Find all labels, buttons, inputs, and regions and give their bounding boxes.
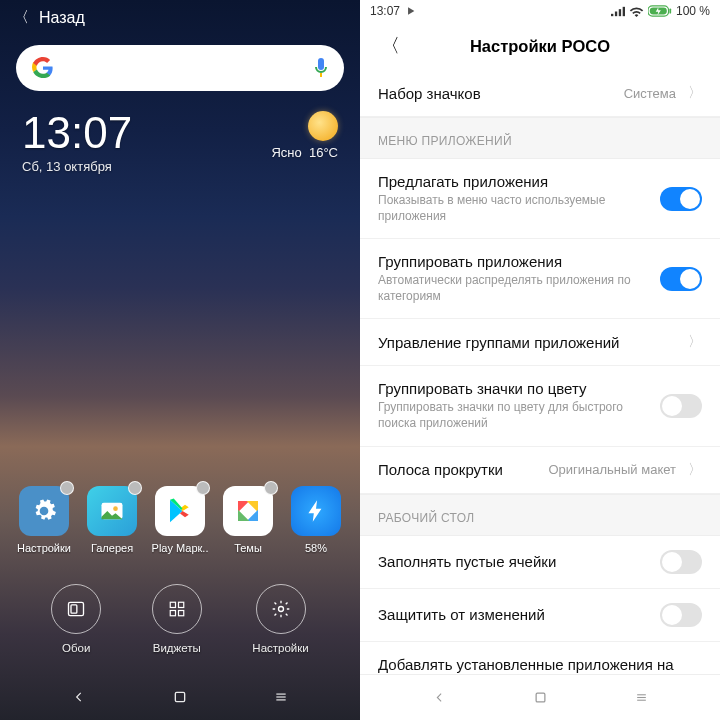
svg-rect-6 bbox=[170, 602, 175, 607]
section-desktop: РАБОЧИЙ СТОЛ bbox=[360, 494, 720, 536]
chevron-right-icon: 〉 bbox=[688, 461, 702, 479]
svg-rect-15 bbox=[611, 13, 613, 15]
row-protect[interactable]: Защитить от изменений bbox=[360, 589, 720, 642]
nav-recent-button[interactable] bbox=[259, 675, 303, 719]
google-search-bar[interactable] bbox=[16, 45, 344, 91]
app-themes[interactable]: Темы bbox=[218, 486, 278, 554]
row-group-apps[interactable]: Группировать приложенияАвтоматически рас… bbox=[360, 239, 720, 319]
row-title: Группировать приложения bbox=[378, 253, 650, 270]
system-navbar bbox=[0, 674, 360, 720]
back-arrow-icon: 〈 bbox=[14, 8, 29, 27]
settings-panel: 13:07 100 % 〈 Настройки POCO Набор значк… bbox=[360, 0, 720, 720]
option-settings[interactable]: Настройки bbox=[252, 584, 308, 654]
row-title: Защитить от изменений bbox=[378, 606, 650, 623]
app-settings[interactable]: Настройки bbox=[14, 486, 74, 554]
row-manage-groups[interactable]: Управление группами приложений 〉 bbox=[360, 319, 720, 366]
svg-point-3 bbox=[113, 506, 118, 511]
wifi-icon bbox=[629, 6, 644, 17]
row-icon-set[interactable]: Набор значков Система 〉 bbox=[360, 70, 720, 117]
row-suggest-apps[interactable]: Предлагать приложенияПоказывать в меню ч… bbox=[360, 159, 720, 239]
svg-rect-9 bbox=[178, 611, 183, 616]
toggle-suggest-apps[interactable] bbox=[660, 187, 702, 211]
app-gallery[interactable]: Галерея bbox=[82, 486, 142, 554]
app-label: Play Марк.. bbox=[152, 542, 209, 554]
back-button[interactable]: 〈 bbox=[370, 22, 410, 70]
notification-badge-icon bbox=[128, 481, 142, 495]
app-label: Настройки bbox=[17, 542, 71, 554]
notification-badge-icon bbox=[264, 481, 278, 495]
svg-rect-1 bbox=[320, 73, 322, 77]
play-store-status-icon bbox=[406, 6, 416, 16]
row-title: Заполнять пустые ячейки bbox=[378, 553, 650, 570]
clock-date: Сб, 13 октября bbox=[22, 159, 132, 174]
system-navbar bbox=[360, 674, 720, 720]
option-label: Виджеты bbox=[153, 642, 201, 654]
gear-icon bbox=[31, 498, 57, 524]
status-time: 13:07 bbox=[370, 4, 400, 18]
widgets-icon bbox=[168, 600, 186, 618]
row-group-by-color[interactable]: Группировать значки по цветуГруппировать… bbox=[360, 366, 720, 446]
svg-rect-17 bbox=[619, 9, 621, 16]
svg-rect-8 bbox=[170, 611, 175, 616]
svg-rect-11 bbox=[175, 692, 184, 701]
mic-icon[interactable] bbox=[314, 58, 328, 78]
themes-icon bbox=[233, 496, 263, 526]
chevron-right-icon: 〉 bbox=[688, 333, 702, 351]
option-wallpaper[interactable]: Обои bbox=[51, 584, 101, 654]
settings-list: Набор значков Система 〉 МЕНЮ ПРИЛОЖЕНИЙ … bbox=[360, 70, 720, 674]
signal-icon bbox=[611, 6, 625, 17]
toggle-group-color[interactable] bbox=[660, 394, 702, 418]
nav-recent-button[interactable] bbox=[619, 676, 663, 720]
weather-text: Ясно 16°C bbox=[271, 145, 338, 160]
row-fill-empty[interactable]: Заполнять пустые ячейки bbox=[360, 536, 720, 589]
toggle-fill-empty[interactable] bbox=[660, 550, 702, 574]
weather-sun-icon bbox=[308, 111, 338, 141]
nav-home-button[interactable] bbox=[518, 676, 562, 720]
app-row: Настройки Галерея Play Марк.. Темы 58% bbox=[0, 486, 360, 554]
row-scrollbar[interactable]: Полоса прокрутки Оригинальный макет 〉 bbox=[360, 447, 720, 494]
row-subtitle: Группировать значки по цвету для быстрог… bbox=[378, 400, 650, 431]
row-title: Полоса прокрутки bbox=[378, 461, 538, 478]
app-label: 58% bbox=[305, 542, 327, 554]
google-logo-icon bbox=[32, 57, 54, 79]
clock-weather-widget[interactable]: 13:07 Сб, 13 октября Ясно 16°C bbox=[0, 91, 360, 174]
row-title: Набор значков bbox=[378, 85, 614, 102]
battery-icon bbox=[648, 5, 672, 17]
svg-rect-5 bbox=[71, 605, 77, 613]
row-auto-add[interactable]: Добавлять установленные приложения на Ра… bbox=[360, 642, 720, 674]
toggle-group-apps[interactable] bbox=[660, 267, 702, 291]
clock-time: 13:07 bbox=[22, 111, 132, 155]
chevron-right-icon: 〉 bbox=[688, 84, 702, 102]
app-cleaner[interactable]: 58% bbox=[286, 486, 346, 554]
notification-badge-icon bbox=[196, 481, 210, 495]
app-label: Галерея bbox=[91, 542, 133, 554]
svg-rect-18 bbox=[623, 6, 625, 15]
svg-point-10 bbox=[278, 607, 283, 612]
wallpaper-icon bbox=[66, 599, 86, 619]
svg-rect-22 bbox=[536, 693, 545, 702]
row-title: Группировать значки по цвету bbox=[378, 380, 650, 397]
nav-home-button[interactable] bbox=[158, 675, 202, 719]
settings-icon bbox=[271, 599, 291, 619]
notification-badge-icon bbox=[60, 481, 74, 495]
option-label: Настройки bbox=[252, 642, 308, 654]
toggle-protect[interactable] bbox=[660, 603, 702, 627]
app-play-store[interactable]: Play Марк.. bbox=[150, 486, 210, 554]
row-title: Предлагать приложения bbox=[378, 173, 650, 190]
row-value: Система bbox=[624, 86, 676, 101]
back-label: Назад bbox=[39, 9, 85, 27]
speed-icon bbox=[303, 498, 329, 524]
page-title: Настройки POCO bbox=[470, 37, 610, 56]
nav-back-button[interactable] bbox=[417, 676, 461, 720]
app-label: Темы bbox=[234, 542, 262, 554]
status-bar: 13:07 100 % bbox=[360, 0, 720, 22]
row-subtitle: Показывать в меню часто используемые при… bbox=[378, 193, 650, 224]
gallery-icon bbox=[98, 497, 126, 525]
option-widgets[interactable]: Виджеты bbox=[152, 584, 202, 654]
battery-text: 100 % bbox=[676, 4, 710, 18]
back-bar[interactable]: 〈 Назад bbox=[0, 0, 360, 35]
section-apps-menu: МЕНЮ ПРИЛОЖЕНИЙ bbox=[360, 117, 720, 159]
nav-back-button[interactable] bbox=[57, 675, 101, 719]
page-header: 〈 Настройки POCO bbox=[360, 22, 720, 70]
play-icon bbox=[165, 496, 195, 526]
